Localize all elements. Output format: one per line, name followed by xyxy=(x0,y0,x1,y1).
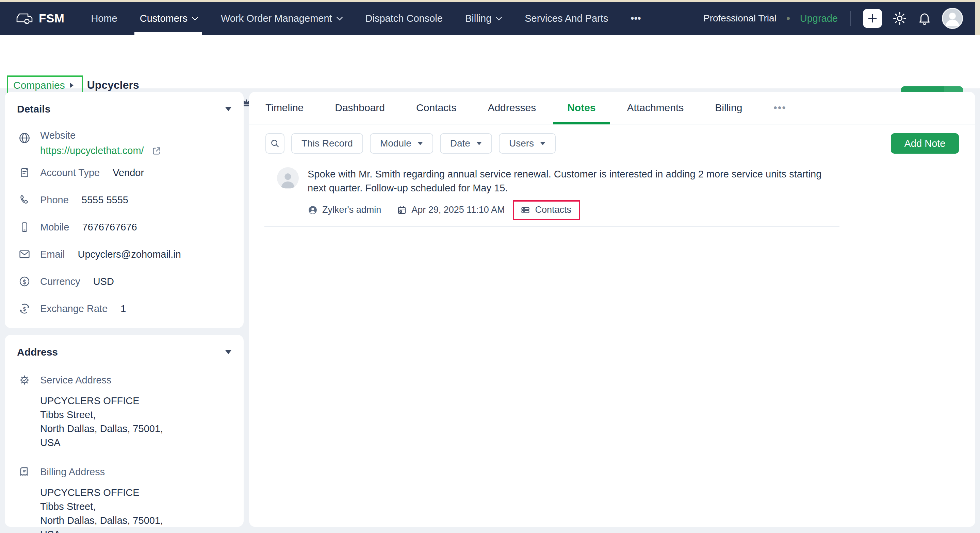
details-row-mobile: Mobile 7676767676 xyxy=(17,214,231,241)
nav-item-dispatch-console[interactable]: Dispatch Console xyxy=(366,2,443,35)
svg-text:$: $ xyxy=(23,306,27,312)
note-datetime: Apr 29, 2025 11:10 AM xyxy=(397,205,504,215)
chevron-down-icon xyxy=(336,16,343,21)
billing-address-label: Billing Address xyxy=(40,466,105,477)
tab-bar: Timeline Dashboard Contacts Addresses No… xyxy=(249,92,975,124)
exchange-rate-icon: $ xyxy=(17,302,32,315)
settings-button[interactable] xyxy=(892,11,907,26)
invoice-icon xyxy=(17,465,32,478)
tab-dashboard[interactable]: Dashboard xyxy=(335,92,385,124)
billing-address-row: Billing Address xyxy=(17,465,231,478)
filter-users-dropdown[interactable]: Users xyxy=(499,133,556,154)
details-row-email: Email Upcyclers@zohomail.in xyxy=(17,241,231,268)
quick-create-button[interactable] xyxy=(863,9,882,28)
calendar-clock-icon xyxy=(397,205,407,215)
note-text: Spoke with Mr. Smith regarding annual se… xyxy=(308,167,828,195)
frame-right-strip xyxy=(975,2,980,35)
upgrade-link[interactable]: Upgrade xyxy=(800,13,838,24)
svg-text:$: $ xyxy=(22,278,27,285)
service-badge-icon xyxy=(17,374,32,387)
bell-icon xyxy=(917,11,932,25)
tab-billing[interactable]: Billing xyxy=(715,92,742,124)
gear-icon xyxy=(892,11,907,26)
search-icon xyxy=(270,138,280,149)
nav-item-billing[interactable]: Billing xyxy=(465,2,502,35)
chevron-down-icon xyxy=(495,16,502,21)
nav-more-menu[interactable]: ••• xyxy=(630,2,641,35)
notifications-button[interactable] xyxy=(917,11,932,25)
mobile-icon xyxy=(17,221,32,233)
breadcrumb-arrow-icon xyxy=(70,82,73,88)
notes-toolbar: This Record Module Date Users Add Note xyxy=(249,124,975,154)
details-panel: Details Website https://upcyclethat.com/ xyxy=(5,92,243,328)
fsm-truck-logo-icon xyxy=(16,11,33,25)
tab-attachments[interactable]: Attachments xyxy=(627,92,684,124)
filter-this-record[interactable]: This Record xyxy=(291,133,363,154)
details-title: Details xyxy=(17,103,50,115)
search-button[interactable] xyxy=(266,133,285,154)
plan-badge: Professional Trial xyxy=(703,13,776,24)
website-label: Website xyxy=(40,130,162,141)
user-avatar[interactable] xyxy=(942,8,963,29)
top-navbar: FSM Home Customers Work Order Management… xyxy=(0,2,975,35)
service-address-label: Service Address xyxy=(40,374,111,386)
nav-item-customers[interactable]: Customers xyxy=(140,2,198,35)
note-item: Spoke with Mr. Smith regarding annual se… xyxy=(249,154,975,215)
document-icon xyxy=(17,166,32,179)
chevron-down-icon xyxy=(192,16,198,21)
nav-item-home[interactable]: Home xyxy=(91,2,117,35)
tabs-more-menu[interactable]: ••• xyxy=(773,92,786,124)
module-stack-icon xyxy=(520,205,530,215)
service-address-row: Service Address xyxy=(17,374,231,387)
address-panel: Address Service Address UPCYCLERS OFFICE… xyxy=(5,335,243,527)
service-address-value: UPCYCLERS OFFICE Tibbs Street, North Dal… xyxy=(40,394,231,450)
filter-module-dropdown[interactable]: Module xyxy=(370,133,433,154)
triangle-down-icon xyxy=(417,142,423,145)
tab-addresses[interactable]: Addresses xyxy=(488,92,536,124)
dollar-circle-icon: $ xyxy=(17,275,32,288)
separator-dot xyxy=(787,17,790,20)
add-note-button[interactable]: Add Note xyxy=(891,133,959,154)
triangle-down-icon xyxy=(540,142,546,145)
nav-item-work-order-management[interactable]: Work Order Management xyxy=(221,2,343,35)
tab-notes[interactable]: Notes xyxy=(567,92,595,124)
note-author: Zylker's admin xyxy=(308,205,381,215)
external-link-icon[interactable] xyxy=(151,146,162,156)
details-row-exchange-rate: $ Exchange Rate 1 xyxy=(17,295,231,322)
envelope-outline-icon xyxy=(17,248,32,261)
details-row-account-type: Account Type Vendor xyxy=(17,159,231,186)
app-name: FSM xyxy=(39,11,64,25)
tab-contacts[interactable]: Contacts xyxy=(416,92,456,124)
collapse-details-icon[interactable] xyxy=(225,107,231,111)
divider xyxy=(850,11,851,26)
details-row-phone: Phone 5555 5555 xyxy=(17,186,231,214)
record-header: Companies Upcyclers Upcyclers@zohomail.i… xyxy=(0,35,980,88)
details-row-website: Website https://upcyclethat.com/ xyxy=(17,130,231,156)
globe-icon xyxy=(17,130,32,156)
note-module: Contacts xyxy=(520,205,571,215)
note-divider xyxy=(264,226,840,227)
filter-date-dropdown[interactable]: Date xyxy=(440,133,492,154)
website-link[interactable]: https://upcyclethat.com/ xyxy=(40,145,144,156)
record-tabs-panel: Timeline Dashboard Contacts Addresses No… xyxy=(249,92,975,527)
address-title: Address xyxy=(17,346,58,358)
content-area: Details Website https://upcyclethat.com/ xyxy=(0,88,980,533)
details-row-currency: $ Currency USD xyxy=(17,268,231,295)
collapse-address-icon[interactable] xyxy=(225,350,231,354)
app-logo[interactable]: FSM xyxy=(16,11,64,25)
phone-outline-icon xyxy=(17,194,32,206)
billing-address-value: UPCYCLERS OFFICE Tibbs Street, North Dal… xyxy=(40,486,231,533)
tab-timeline[interactable]: Timeline xyxy=(266,92,304,124)
nav-item-services-and-parts[interactable]: Services And Parts xyxy=(525,2,608,35)
note-author-avatar xyxy=(277,167,299,189)
triangle-down-icon xyxy=(476,142,482,145)
person-circle-icon xyxy=(308,205,318,215)
plus-icon xyxy=(867,13,878,24)
